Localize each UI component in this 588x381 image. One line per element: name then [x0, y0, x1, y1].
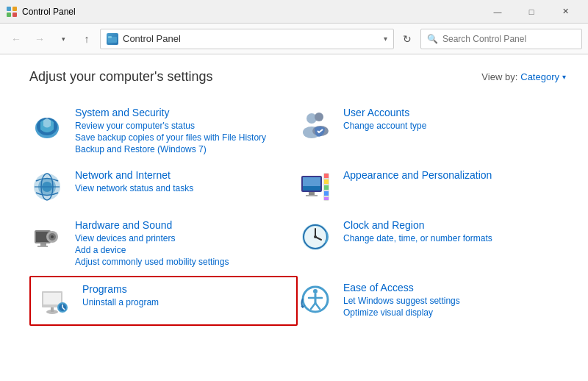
hardware-sound-group: Hardware and Sound View devices and prin…: [29, 212, 298, 274]
ease-of-access-group: Ease of Access Let Windows suggest setti…: [298, 274, 566, 327]
programs-icon: [37, 283, 72, 318]
network-internet-link-0[interactable]: View network status and tasks: [75, 183, 193, 193]
hardware-sound-title[interactable]: Hardware and Sound: [75, 219, 229, 231]
hardware-sound-icon: [29, 219, 65, 254]
window-controls: — □ ✕: [481, 0, 582, 24]
ease-of-access-icon: [298, 282, 333, 317]
svg-rect-0: [7, 7, 11, 11]
svg-rect-20: [309, 192, 315, 195]
address-bar: ← → ▾ ↑ Control Panel ▾ ↻ 🔍: [0, 24, 588, 54]
system-security-link-1[interactable]: Save backup copies of your files with Fi…: [75, 132, 266, 143]
programs-title[interactable]: Programs: [82, 283, 159, 295]
hardware-sound-content: Hardware and Sound View devices and prin…: [75, 219, 229, 267]
svg-rect-44: [51, 307, 54, 312]
items-grid: System and Security Review your computer…: [29, 99, 566, 327]
svg-rect-34: [37, 246, 48, 247]
hardware-sound-link-2[interactable]: Adjust commonly used mobility settings: [75, 257, 229, 267]
svg-rect-1: [12, 7, 17, 11]
system-security-content: System and Security Review your computer…: [75, 107, 266, 154]
ease-of-access-content: Ease of Access Let Windows suggest setti…: [343, 282, 460, 318]
svg-rect-25: [324, 185, 329, 190]
clock-region-group: Clock and Region Change date, time, or n…: [298, 212, 566, 274]
network-internet-group: Network and Internet View network status…: [29, 162, 298, 212]
maximize-button[interactable]: □: [514, 0, 548, 24]
svg-point-50: [313, 289, 318, 293]
search-input[interactable]: [442, 34, 576, 44]
search-icon: 🔍: [427, 34, 438, 44]
user-accounts-link-0[interactable]: Change account type: [343, 121, 426, 131]
appearance-personalization-icon: [298, 169, 333, 204]
user-accounts-title[interactable]: User Accounts: [343, 107, 426, 118]
programs-group: Programs Uninstall a program: [29, 276, 298, 326]
svg-rect-23: [324, 174, 329, 178]
network-internet-content: Network and Internet View network status…: [75, 169, 193, 193]
system-security-title[interactable]: System and Security: [75, 107, 266, 118]
address-chevron-icon[interactable]: ▾: [384, 35, 387, 43]
clock-region-icon: [298, 219, 333, 254]
user-accounts-group: User Accounts Change account type: [298, 99, 566, 162]
svg-line-54: [315, 303, 320, 309]
svg-rect-3: [12, 13, 17, 17]
minimize-button[interactable]: —: [481, 0, 514, 24]
network-internet-icon: [29, 169, 65, 204]
svg-rect-42: [43, 293, 61, 305]
system-security-icon: [29, 107, 65, 142]
up-button[interactable]: ↑: [76, 29, 97, 49]
svg-rect-21: [306, 195, 318, 196]
title-bar: Control Panel — □ ✕: [0, 0, 588, 24]
svg-rect-5: [108, 36, 112, 38]
system-security-link-2[interactable]: Backup and Restore (Windows 7): [75, 144, 266, 154]
svg-point-40: [314, 235, 317, 238]
system-security-group: System and Security Review your computer…: [29, 99, 298, 162]
svg-rect-27: [324, 197, 329, 200]
view-by-value[interactable]: Category: [520, 71, 559, 82]
view-by-chevron-icon[interactable]: ▾: [562, 73, 566, 81]
main-content: Adjust your computer's settings View by:…: [0, 54, 588, 381]
address-box[interactable]: Control Panel ▾: [100, 29, 394, 49]
svg-rect-26: [324, 191, 329, 196]
address-text: Control Panel: [123, 33, 379, 44]
window-title: Control Panel: [22, 7, 481, 17]
programs-content: Programs Uninstall a program: [82, 283, 159, 307]
clock-region-content: Clock and Region Change date, time, or n…: [343, 219, 492, 243]
forward-button[interactable]: →: [29, 29, 50, 49]
svg-point-32: [51, 235, 54, 238]
clock-region-title[interactable]: Clock and Region: [343, 219, 492, 231]
appearance-personalization-title[interactable]: Appearance and Personalization: [343, 169, 492, 181]
ease-of-access-link-0[interactable]: Let Windows suggest settings: [343, 296, 460, 306]
user-accounts-content: User Accounts Change account type: [343, 107, 426, 131]
appearance-personalization-group: Appearance and Personalization: [298, 162, 566, 212]
user-accounts-icon: [298, 107, 333, 142]
view-by-label: View by:: [481, 71, 517, 82]
network-internet-title[interactable]: Network and Internet: [75, 169, 193, 181]
hardware-sound-link-1[interactable]: Add a device: [75, 245, 229, 255]
back-button[interactable]: ←: [6, 29, 26, 49]
content-header: Adjust your computer's settings View by:…: [29, 69, 566, 85]
view-by-control: View by: Category ▾: [481, 71, 566, 82]
app-icon: [6, 6, 18, 18]
svg-rect-2: [7, 13, 11, 17]
svg-line-53: [311, 303, 315, 309]
svg-rect-33: [40, 243, 46, 246]
close-button[interactable]: ✕: [548, 0, 582, 24]
svg-rect-15: [35, 186, 60, 188]
ease-of-access-link-1[interactable]: Optimize visual display: [343, 307, 460, 318]
search-box[interactable]: 🔍: [420, 29, 582, 49]
svg-rect-24: [324, 179, 329, 184]
clock-region-link-0[interactable]: Change date, time, or number formats: [343, 233, 492, 243]
hardware-sound-link-0[interactable]: View devices and printers: [75, 233, 229, 243]
refresh-button[interactable]: ↻: [397, 29, 417, 49]
svg-rect-19: [303, 186, 320, 190]
system-security-link-0[interactable]: Review your computer's status: [75, 121, 266, 131]
ease-of-access-title[interactable]: Ease of Access: [343, 282, 460, 293]
recent-locations-button[interactable]: ▾: [53, 29, 74, 49]
svg-point-10: [315, 113, 323, 121]
address-folder-icon: [107, 33, 118, 45]
page-title: Adjust your computer's settings: [29, 69, 213, 85]
programs-link-0[interactable]: Uninstall a program: [82, 297, 159, 307]
appearance-personalization-content: Appearance and Personalization: [343, 169, 492, 183]
